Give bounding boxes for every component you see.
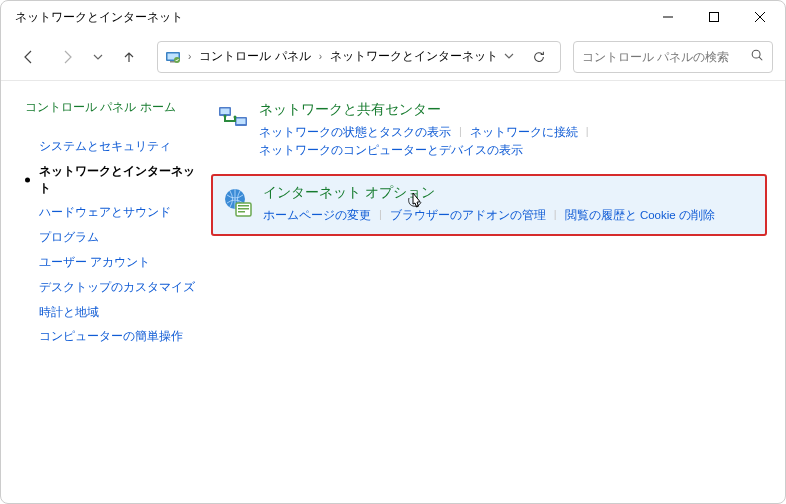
close-button[interactable]	[737, 1, 783, 33]
sidebar-item-hardware-sound[interactable]: ハードウェアとサウンド	[25, 200, 201, 225]
network-sharing-icon	[217, 103, 251, 137]
refresh-button[interactable]	[524, 50, 554, 64]
svg-point-10	[224, 115, 227, 118]
internet-options-icon	[221, 186, 255, 220]
sidebar-item-desktop-customize[interactable]: デスクトップのカスタマイズ	[25, 275, 201, 300]
main-content: ネットワークと共有センター ネットワークの状態とタスクの表示 | ネットワークに…	[211, 81, 785, 503]
sidebar-item-user-accounts[interactable]: ユーザー アカウント	[25, 250, 201, 275]
control-panel-icon	[164, 48, 182, 66]
svg-point-5	[752, 50, 760, 58]
svg-rect-16	[238, 211, 245, 213]
window-title: ネットワークとインターネット	[15, 9, 645, 26]
sidebar-item-clock-region[interactable]: 時計と地域	[25, 300, 201, 325]
category-internet-options[interactable]: インターネット オプション ホームページの変更 | ブラウザーのアドオンの管理 …	[211, 174, 767, 236]
sidebar: コントロール パネル ホーム システムとセキュリティ ネットワークとインターネッ…	[1, 81, 211, 503]
svg-rect-9	[237, 119, 246, 125]
control-panel-home-link[interactable]: コントロール パネル ホーム	[25, 99, 201, 116]
breadcrumb-segment[interactable]: コントロール パネル	[199, 48, 310, 65]
sidebar-item-ease-of-access[interactable]: コンピューターの簡単操作	[25, 324, 201, 349]
forward-button[interactable]	[51, 41, 83, 73]
minimize-button[interactable]	[645, 1, 691, 33]
back-button[interactable]	[13, 41, 45, 73]
svg-rect-7	[221, 109, 230, 115]
category-title[interactable]: ネットワークと共有センター	[259, 101, 441, 119]
category-title[interactable]: インターネット オプション	[263, 184, 435, 202]
link-manage-addons[interactable]: ブラウザーのアドオンの管理	[390, 206, 546, 224]
search-input[interactable]	[582, 50, 744, 64]
chevron-right-icon[interactable]: ›	[188, 51, 191, 62]
toolbar: › コントロール パネル › ネットワークとインターネット	[1, 33, 785, 81]
search-box[interactable]	[573, 41, 773, 73]
chevron-right-icon[interactable]: ›	[319, 51, 322, 62]
link-delete-history-cookies[interactable]: 閲覧の履歴と Cookie の削除	[565, 206, 715, 224]
address-dropdown[interactable]	[500, 50, 518, 64]
sidebar-item-network-internet[interactable]: ネットワークとインターネット	[25, 159, 201, 201]
sidebar-item-system-security[interactable]: システムとセキュリティ	[25, 134, 201, 159]
address-bar[interactable]: › コントロール パネル › ネットワークとインターネット	[157, 41, 561, 73]
maximize-button[interactable]	[691, 1, 737, 33]
sidebar-item-programs[interactable]: プログラム	[25, 225, 201, 250]
breadcrumb-segment[interactable]: ネットワークとインターネット	[330, 48, 498, 65]
up-button[interactable]	[113, 41, 145, 73]
link-change-homepage[interactable]: ホームページの変更	[263, 206, 371, 224]
svg-point-11	[234, 116, 237, 119]
recent-locations-dropdown[interactable]	[89, 52, 107, 62]
link-network-status[interactable]: ネットワークの状態とタスクの表示	[259, 123, 451, 141]
breadcrumb: › コントロール パネル › ネットワークとインターネット	[188, 48, 494, 65]
link-connect-network[interactable]: ネットワークに接続	[470, 123, 578, 141]
search-icon[interactable]	[750, 48, 764, 65]
svg-rect-0	[710, 13, 719, 22]
title-bar: ネットワークとインターネット	[1, 1, 785, 33]
link-view-computers-devices[interactable]: ネットワークのコンピューターとデバイスの表示	[259, 141, 523, 159]
category-network-sharing: ネットワークと共有センター ネットワークの状態とタスクの表示 | ネットワークに…	[211, 95, 767, 168]
